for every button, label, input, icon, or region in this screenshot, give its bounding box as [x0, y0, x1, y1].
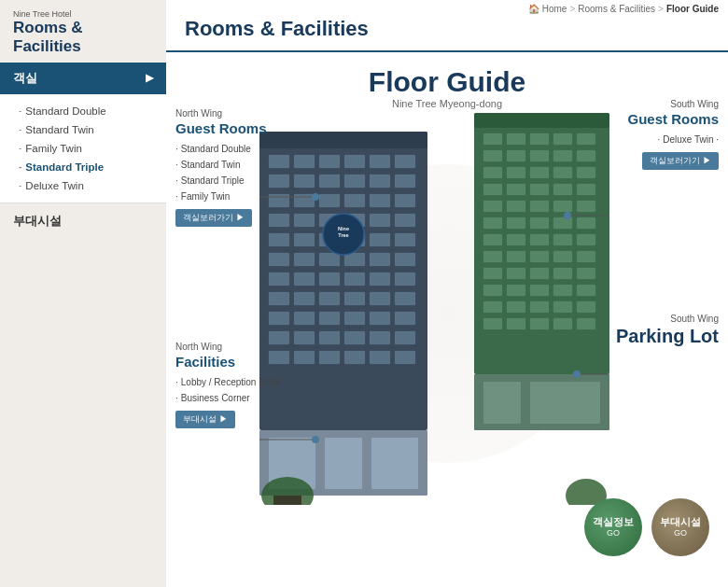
svg-rect-139: [530, 382, 600, 424]
sidebar-item-standard-double[interactable]: - Standard Double: [0, 102, 166, 120]
svg-rect-3: [294, 155, 315, 168]
sw-view-rooms-button[interactable]: 객실보러가기: [642, 152, 719, 170]
svg-rect-88: [507, 167, 525, 178]
svg-rect-133: [507, 318, 525, 329]
svg-rect-57: [294, 331, 315, 344]
svg-rect-114: [530, 251, 549, 262]
svg-rect-128: [507, 301, 525, 313]
svg-rect-87: [483, 167, 502, 178]
svg-rect-25: [395, 214, 415, 227]
nw-fac-title: Facilities: [175, 354, 280, 370]
sidebar-section2[interactable]: 부대시설: [0, 203, 166, 239]
svg-rect-53: [344, 312, 365, 325]
svg-rect-110: [553, 234, 572, 245]
svg-rect-70: [325, 438, 362, 489]
svg-rect-134: [530, 318, 549, 329]
nw-view-rooms-button[interactable]: 객실보러가기: [175, 209, 252, 227]
sidebar-item-standard-twin[interactable]: - Standard Twin: [0, 120, 166, 139]
svg-rect-94: [530, 184, 549, 195]
svg-rect-13: [395, 175, 415, 188]
sidebar-item-deluxe-twin[interactable]: - Deluxe Twin: [0, 176, 166, 195]
go-facilities-button[interactable]: 부대시설 GO: [651, 498, 709, 556]
svg-rect-41: [344, 273, 365, 286]
svg-rect-47: [344, 292, 365, 305]
svg-rect-52: [319, 312, 340, 325]
svg-rect-6: [370, 155, 390, 168]
svg-rect-138: [483, 382, 521, 424]
item-label: Standard Triple: [25, 161, 104, 173]
svg-rect-102: [483, 217, 502, 229]
svg-rect-97: [483, 201, 502, 212]
breadcrumb: 🏠 Home > Rooms & Facilities > Floor Guid…: [528, 4, 719, 14]
svg-rect-51: [294, 312, 315, 325]
main-content: 🏠 Home > Rooms & Facilities > Floor Guid…: [166, 0, 728, 587]
svg-rect-86: [577, 150, 595, 161]
svg-rect-136: [577, 318, 595, 329]
svg-rect-90: [553, 167, 572, 178]
svg-rect-105: [553, 217, 572, 229]
go-rooms-label1: 객실정보: [593, 515, 634, 528]
south-room-list: Deluxe Twin ·: [627, 132, 719, 147]
sidebar-item-family-twin[interactable]: - Family Twin: [0, 139, 166, 158]
breadcrumb-sep2: >: [658, 4, 664, 14]
sw-room-title1: Guest Rooms: [627, 111, 719, 127]
svg-rect-61: [395, 331, 415, 344]
svg-rect-18: [370, 194, 390, 207]
svg-rect-42: [370, 273, 390, 286]
svg-rect-31: [395, 233, 415, 246]
svg-rect-120: [553, 268, 572, 279]
svg-rect-109: [530, 234, 549, 245]
sidebar-menu-header[interactable]: 객실 ▶: [0, 63, 166, 94]
svg-rect-49: [395, 292, 415, 305]
svg-rect-33: [294, 253, 315, 266]
svg-rect-43: [395, 273, 415, 286]
svg-point-144: [312, 193, 319, 201]
svg-rect-66: [370, 351, 390, 364]
nw-room-title1: Guest Rooms: [175, 120, 267, 136]
svg-rect-127: [483, 301, 502, 313]
breadcrumb-section[interactable]: Rooms & Facilities: [578, 4, 655, 14]
item-label: Standard Twin: [25, 124, 93, 135]
svg-rect-111: [577, 234, 595, 245]
item-label: Standard Double: [25, 105, 105, 117]
breadcrumb-home[interactable]: Home: [542, 4, 567, 14]
floor-guide-heading: Floor Guide: [369, 66, 525, 98]
floor-guide-content: Floor Guide Nine Tree Myeong-dong: [166, 52, 728, 575]
svg-rect-115: [553, 251, 572, 262]
svg-rect-59: [344, 331, 365, 344]
sw-parking-panel: South Wing Parking Lot: [616, 314, 719, 347]
item-label: Family Twin: [25, 143, 82, 154]
svg-rect-104: [530, 217, 549, 229]
sidebar-item-standard-triple[interactable]: - Standard Triple: [0, 158, 166, 176]
svg-rect-14: [269, 194, 289, 207]
north-room-1: Standard Double: [175, 141, 267, 157]
menu-header-label: 객실: [13, 70, 37, 87]
svg-rect-17: [344, 194, 365, 207]
svg-point-150: [573, 370, 581, 378]
svg-rect-96: [577, 184, 595, 195]
dot-icon: -: [19, 180, 21, 190]
north-room-4: Family Twin: [175, 189, 267, 204]
dot-icon: -: [19, 124, 21, 134]
svg-rect-92: [483, 184, 502, 195]
svg-rect-58: [319, 331, 340, 344]
menu-header-arrow: ▶: [146, 72, 153, 84]
svg-rect-85: [553, 150, 572, 161]
go-rooms-button[interactable]: 객실정보 GO: [584, 498, 642, 556]
svg-text:Nine: Nine: [338, 226, 349, 231]
floor-guide-bold: Guide: [446, 66, 525, 97]
svg-rect-107: [483, 234, 502, 245]
svg-rect-71: [371, 438, 418, 489]
go-fac-label1: 부대시설: [660, 515, 701, 528]
section2-label: 부대시설: [13, 214, 62, 228]
home-icon: 🏠: [528, 4, 539, 14]
svg-point-146: [564, 212, 571, 219]
svg-rect-27: [294, 233, 315, 246]
svg-rect-48: [370, 292, 390, 305]
svg-rect-135: [553, 318, 572, 329]
svg-rect-39: [294, 273, 315, 286]
svg-rect-15: [294, 194, 315, 207]
north-fac-2: Business Corner: [175, 390, 280, 406]
svg-rect-44: [269, 292, 289, 305]
nw-view-facilities-button[interactable]: 부대시설: [175, 411, 235, 428]
